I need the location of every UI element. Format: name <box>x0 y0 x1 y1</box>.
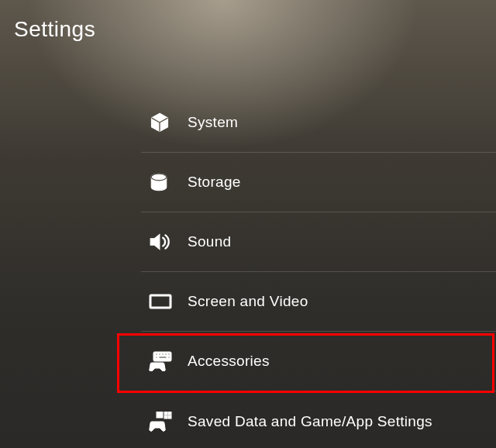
svg-rect-8 <box>168 353 170 355</box>
svg-rect-15 <box>164 415 167 419</box>
svg-rect-5 <box>159 353 160 355</box>
menu-item-label: Saved Data and Game/App Settings <box>188 413 432 430</box>
cube-icon <box>149 112 188 133</box>
speaker-icon <box>149 232 188 252</box>
menu-item-label: Storage <box>188 174 241 191</box>
menu-item-label: Sound <box>188 233 231 250</box>
menu-item-sound[interactable]: Sound <box>141 212 496 272</box>
header: Settings <box>14 17 95 42</box>
menu-item-saved-data[interactable]: Saved Data and Game/App Settings <box>141 391 496 448</box>
svg-rect-9 <box>156 357 157 358</box>
rectangle-icon <box>149 293 188 310</box>
disk-icon <box>149 172 188 192</box>
menu-item-label: System <box>188 114 238 131</box>
menu-item-storage[interactable]: Storage <box>141 153 496 212</box>
svg-rect-4 <box>156 353 157 355</box>
apps-controller-icon <box>149 412 188 432</box>
svg-rect-6 <box>162 353 164 355</box>
svg-rect-12 <box>157 412 163 418</box>
menu-item-label: Accessories <box>188 353 270 370</box>
page-title: Settings <box>14 17 95 42</box>
menu-item-system[interactable]: System <box>141 93 496 153</box>
settings-list: System Storage Sound Screen and <box>141 93 496 448</box>
svg-rect-16 <box>168 415 171 419</box>
menu-item-label: Screen and Video <box>188 293 308 310</box>
svg-rect-14 <box>168 412 171 415</box>
menu-item-accessories[interactable]: Accessories <box>141 332 496 391</box>
svg-rect-2 <box>150 295 170 308</box>
svg-rect-10 <box>159 357 167 358</box>
svg-rect-7 <box>165 353 167 355</box>
svg-rect-13 <box>164 412 167 415</box>
menu-item-screen-video[interactable]: Screen and Video <box>141 272 496 332</box>
svg-rect-11 <box>168 357 170 358</box>
keyboard-controller-icon <box>149 351 188 371</box>
